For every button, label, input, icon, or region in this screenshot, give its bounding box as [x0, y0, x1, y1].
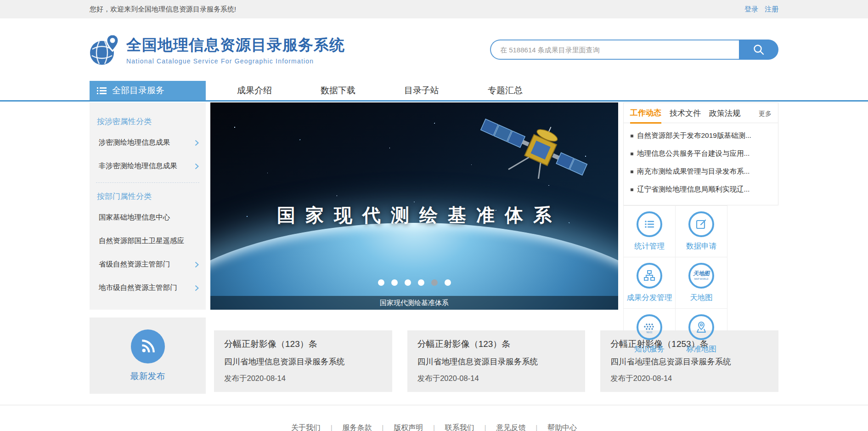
rss-feed-icon[interactable]: [131, 329, 165, 363]
svg-text:NGCC: NGCC: [646, 331, 653, 334]
news-list: 自然资源部关于发布2019版基础测... 地理信息公共服务平台建设与应用... …: [624, 123, 778, 198]
site-logo: 全国地理信息资源目录服务系统 National Catalogue Servic…: [90, 34, 345, 66]
right-panel: 工作动态 技术文件 政策法规 更多 自然资源部关于发布2019版基础测... 地…: [623, 102, 778, 310]
quick-link-standard-map[interactable]: 标准地图: [676, 309, 727, 360]
main-nav: 全部目录服务 成果介绍 数据下载 目录子站 专题汇总: [0, 81, 868, 102]
quick-link-label: 标准地图: [686, 344, 716, 354]
quick-link-label: 知识服务: [634, 344, 665, 354]
footer-link-contact[interactable]: 联系我们: [445, 423, 496, 431]
nav-item-data-download[interactable]: 数据下载: [296, 81, 380, 100]
header: 全国地理信息资源目录服务系统 National Catalogue Servic…: [0, 18, 868, 81]
search-input[interactable]: [490, 40, 739, 60]
search-button[interactable]: [739, 40, 778, 60]
news-item[interactable]: 南充市测绘成果管理与目录发布系...: [629, 163, 772, 181]
card-publish-date: 发布于2020-08-14: [610, 374, 768, 384]
news-item[interactable]: 辽宁省测绘地理信息局顺利实现辽...: [629, 181, 772, 198]
tab-technical-docs[interactable]: 技术文件: [670, 108, 701, 123]
card-publish-date: 发布于2020-08-14: [224, 374, 382, 384]
nav-item-all-catalogue[interactable]: 全部目录服务: [90, 81, 206, 100]
chevron-right-icon: [195, 285, 199, 291]
org-chart-icon: [637, 263, 662, 289]
category-sidebar: 按涉密属性分类 涉密测绘地理信息成果 非涉密测绘地理信息成果 按部门属性分类 国…: [90, 102, 206, 310]
footer-link-help[interactable]: 帮助中心: [547, 423, 577, 431]
carousel-headline: 国家现代测绘基准体系: [210, 203, 618, 228]
news-more-link[interactable]: 更多: [759, 110, 772, 123]
quick-link-data-application[interactable]: 数据申请: [676, 206, 727, 257]
sidebar-item-label: 地市级自然资源主管部门: [99, 283, 177, 293]
edit-icon: [688, 211, 714, 237]
quick-link-tianditu[interactable]: 天地图 MAP WORLD 天地图: [676, 257, 727, 309]
tianditu-logo: 天地图 MAP WORLD: [688, 263, 714, 289]
card-publish-date: 发布于2020-08-14: [417, 374, 575, 384]
sidebar-item-ngcc[interactable]: 国家基础地理信息中心: [90, 206, 206, 229]
sidebar-item-label: 非涉密测绘地理信息成果: [99, 161, 177, 171]
quick-link-statistics[interactable]: 统计管理: [624, 206, 676, 257]
search-icon: [753, 44, 765, 56]
latest-release-block: 最新发布: [90, 318, 206, 394]
sidebar-divider: [96, 182, 199, 183]
site-title: 全国地理信息资源目录服务系统: [126, 35, 345, 56]
footer-link-terms[interactable]: 服务条款: [343, 423, 394, 431]
news-item[interactable]: 地理信息公共服务平台建设与应用...: [629, 145, 772, 163]
nav-item-results-intro[interactable]: 成果介绍: [213, 81, 296, 100]
sidebar-section-department: 按部门属性分类: [90, 187, 206, 206]
welcome-message: 您好，欢迎来到全国地理信息资源目录服务系统!: [90, 5, 236, 14]
quick-link-distribution[interactable]: 成果分发管理: [624, 257, 676, 309]
register-link[interactable]: 注册: [765, 5, 778, 14]
nav-item-topics[interactable]: 专题汇总: [463, 81, 547, 100]
news-tabs: 工作动态 技术文件 政策法规 更多: [624, 103, 778, 123]
sidebar-item-provincial[interactable]: 省级自然资源主管部门: [90, 253, 206, 276]
footer-links: 关于我们 服务条款 版权声明 联系我们 意见反馈 帮助中心: [0, 405, 868, 431]
hero-carousel: 国家现代测绘基准体系 国家现代测绘基准体系: [210, 102, 618, 310]
carousel-dot-2[interactable]: [391, 279, 398, 286]
carousel-dot-6[interactable]: [445, 279, 451, 286]
sidebar-item-satellite-center[interactable]: 自然资源部国土卫星遥感应: [90, 229, 206, 253]
sidebar-item-classified[interactable]: 涉密测绘地理信息成果: [90, 131, 206, 154]
latest-card[interactable]: 分幅正射影像（123）条 四川省地理信息资源目录服务系统 发布于2020-08-…: [407, 330, 586, 392]
carousel-caption: 国家现代测绘基准体系: [210, 296, 618, 310]
quick-link-label: 统计管理: [634, 241, 665, 251]
latest-card[interactable]: 分幅正射影像（123）条 四川省地理信息资源目录服务系统 发布于2020-08-…: [214, 330, 392, 392]
knowledge-logo: NGCC: [637, 314, 662, 340]
chevron-right-icon: [195, 140, 199, 146]
nav-active-label: 全部目录服务: [112, 85, 164, 96]
quick-link-knowledge[interactable]: NGCC 知识服务: [624, 309, 676, 360]
sidebar-item-label: 国家基础地理信息中心: [99, 213, 170, 222]
tab-work-news[interactable]: 工作动态: [630, 108, 661, 124]
tab-policies[interactable]: 政策法规: [709, 108, 740, 123]
footer-link-about[interactable]: 关于我们: [291, 423, 343, 431]
chevron-right-icon: [195, 261, 199, 268]
carousel-dot-3[interactable]: [405, 279, 411, 286]
news-item[interactable]: 自然资源部关于发布2019版基础测...: [629, 127, 772, 145]
svg-text:MAP WORLD: MAP WORLD: [694, 278, 709, 280]
sidebar-item-label: 涉密测绘地理信息成果: [99, 138, 170, 147]
sidebar-item-label: 省级自然资源主管部门: [99, 260, 170, 269]
site-subtitle: National Catalogue Service For Geographi…: [126, 57, 345, 65]
svg-text:天地图: 天地图: [693, 270, 710, 277]
carousel-dot-5[interactable]: [431, 279, 438, 286]
card-title: 分幅正射影像（123）条: [224, 338, 382, 350]
carousel-dot-1[interactable]: [378, 279, 384, 286]
quick-link-label: 天地图: [690, 293, 713, 303]
sidebar-section-secrecy: 按涉密属性分类: [90, 113, 206, 131]
quick-links-grid: 统计管理 数据申请: [623, 205, 727, 360]
map-pin-icon: [688, 314, 714, 340]
sidebar-item-municipal[interactable]: 地市级自然资源主管部门: [90, 276, 206, 300]
stats-list-icon: [637, 211, 662, 237]
main-content: 按涉密属性分类 涉密测绘地理信息成果 非涉密测绘地理信息成果 按部门属性分类 国…: [90, 102, 778, 310]
footer-link-copyright[interactable]: 版权声明: [394, 423, 445, 431]
sidebar-item-unclassified[interactable]: 非涉密测绘地理信息成果: [90, 154, 206, 178]
nav-items: 成果介绍 数据下载 目录子站 专题汇总: [213, 81, 547, 100]
footer-link-feedback[interactable]: 意见反馈: [496, 423, 547, 431]
carousel-dot-4[interactable]: [418, 279, 424, 286]
card-organization: 四川省地理信息资源目录服务系统: [224, 356, 382, 367]
news-box: 工作动态 技术文件 政策法规 更多 自然资源部关于发布2019版基础测... 地…: [623, 102, 778, 205]
globe-pin-icon: [90, 34, 120, 66]
login-link[interactable]: 登录: [744, 5, 758, 14]
quick-link-label: 成果分发管理: [627, 293, 672, 303]
nav-item-sub-sites[interactable]: 目录子站: [380, 81, 463, 100]
sidebar-item-label: 自然资源部国土卫星遥感应: [99, 236, 184, 246]
chevron-right-icon: [195, 163, 199, 170]
card-title: 分幅正射影像（123）条: [417, 338, 575, 350]
footer: 关于我们 服务条款 版权声明 联系我们 意见反馈 帮助中心: [0, 405, 868, 431]
